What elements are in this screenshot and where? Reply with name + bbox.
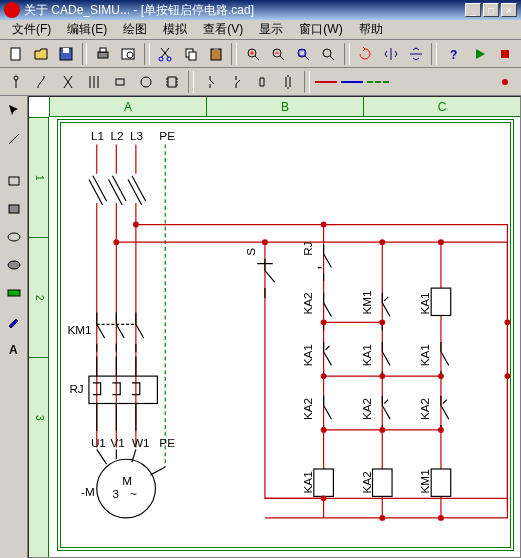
comp-cap[interactable] <box>276 70 300 94</box>
line-solid-blue[interactable] <box>340 70 364 94</box>
line-solid-red[interactable] <box>314 70 338 94</box>
comp-triple-fuse[interactable] <box>82 70 106 94</box>
comp-relay[interactable] <box>250 70 274 94</box>
new-button[interactable] <box>4 42 27 66</box>
tool-component[interactable] <box>3 282 25 304</box>
menu-draw[interactable]: 绘图 <box>115 19 155 40</box>
label-ka2-2: KA2 <box>301 398 314 420</box>
rotate-button[interactable] <box>354 42 377 66</box>
zoom-fit-button[interactable] <box>317 42 340 66</box>
tool-text[interactable]: A <box>3 338 25 360</box>
svg-point-53 <box>438 515 444 521</box>
zoom-window-button[interactable] <box>292 42 315 66</box>
svg-rect-21 <box>116 79 124 85</box>
label-rj2: RJ <box>301 242 314 256</box>
app-icon <box>4 2 20 18</box>
svg-rect-10 <box>189 52 196 60</box>
menu-simulate[interactable]: 模拟 <box>155 19 195 40</box>
svg-point-38 <box>113 239 119 245</box>
side-toolbar: A <box>0 96 28 558</box>
menu-display[interactable]: 显示 <box>251 19 291 40</box>
svg-rect-19 <box>501 50 509 58</box>
drawing-canvas[interactable]: A B C 1 2 3 <box>28 96 521 558</box>
svg-point-41 <box>379 239 385 245</box>
menu-help[interactable]: 帮助 <box>351 19 391 40</box>
tool-rect-fill[interactable] <box>3 198 25 220</box>
svg-rect-33 <box>314 469 334 496</box>
comp-contact-no[interactable] <box>4 70 28 94</box>
label-m: M <box>122 474 132 487</box>
svg-point-46 <box>379 373 385 379</box>
run-button[interactable] <box>469 42 492 66</box>
tool-ellipse-fill[interactable] <box>3 254 25 276</box>
svg-point-44 <box>379 319 385 325</box>
svg-rect-36 <box>431 288 451 315</box>
node-red[interactable] <box>493 70 517 94</box>
schematic[interactable]: L1 L2 L3 PE KM1 RJ U1 V1 W1 PE M 3 ~ -M … <box>49 117 520 557</box>
toolbar-1: ? <box>0 40 521 68</box>
svg-rect-26 <box>9 205 19 213</box>
label-v1: V1 <box>110 436 124 449</box>
menu-bar: 文件(F) 编辑(E) 绘图 模拟 查看(V) 显示 窗口(W) 帮助 <box>0 20 521 40</box>
ruler-row: 3 <box>29 357 49 477</box>
tool-eyedrop[interactable] <box>3 310 25 332</box>
save-button[interactable] <box>54 42 77 66</box>
label-ka2-1: KA2 <box>301 292 314 314</box>
label-rj: RJ <box>69 382 83 395</box>
svg-point-54 <box>505 373 511 379</box>
menu-window[interactable]: 窗口(W) <box>291 19 350 40</box>
svg-rect-3 <box>98 52 108 58</box>
svg-rect-2 <box>63 48 69 53</box>
label-ka1-3: KA1 <box>418 292 431 314</box>
open-button[interactable] <box>29 42 52 66</box>
comp-no-contact[interactable] <box>224 70 248 94</box>
comp-fuse[interactable] <box>56 70 80 94</box>
ruler-col: C <box>363 97 520 116</box>
label-ka2-3: KA2 <box>360 398 373 420</box>
copy-button[interactable] <box>179 42 202 66</box>
svg-text:?: ? <box>450 48 457 62</box>
tool-line[interactable] <box>3 128 25 150</box>
help-button[interactable]: ? <box>441 42 464 66</box>
label-coil-ka1: KA1 <box>301 471 314 493</box>
maximize-button[interactable]: □ <box>483 3 499 17</box>
svg-rect-0 <box>11 48 20 60</box>
zoom-out-button[interactable] <box>266 42 289 66</box>
label-s: S <box>244 248 257 256</box>
stop-button[interactable] <box>494 42 517 66</box>
menu-edit[interactable]: 编辑(E) <box>59 19 115 40</box>
close-button[interactable]: × <box>501 3 517 17</box>
svg-rect-29 <box>8 290 20 296</box>
comp-switch[interactable] <box>30 70 54 94</box>
comp-motor[interactable] <box>134 70 158 94</box>
paste-button[interactable] <box>204 42 227 66</box>
menu-file[interactable]: 文件(F) <box>4 19 59 40</box>
ruler-row: 2 <box>29 237 49 357</box>
minimize-button[interactable]: _ <box>465 3 481 17</box>
label-l1: L1 <box>91 129 104 142</box>
svg-point-42 <box>438 239 444 245</box>
svg-rect-25 <box>9 177 19 185</box>
svg-point-51 <box>321 495 327 501</box>
menu-view[interactable]: 查看(V) <box>195 19 251 40</box>
comp-coil[interactable] <box>108 70 132 94</box>
print-preview-button[interactable] <box>117 42 140 66</box>
comp-nc-contact[interactable] <box>198 70 222 94</box>
tool-pointer[interactable] <box>3 100 25 122</box>
svg-point-22 <box>141 77 151 87</box>
print-button[interactable] <box>91 42 114 66</box>
tool-rect[interactable] <box>3 170 25 192</box>
comp-ic[interactable] <box>160 70 184 94</box>
zoom-in-button[interactable] <box>241 42 264 66</box>
mirror-v-button[interactable] <box>404 42 427 66</box>
tool-ellipse[interactable] <box>3 226 25 248</box>
label-pe: PE <box>159 129 175 142</box>
svg-point-43 <box>321 319 327 325</box>
line-dash-green[interactable] <box>366 70 390 94</box>
svg-point-24 <box>502 79 508 85</box>
svg-point-49 <box>379 427 385 433</box>
cut-button[interactable] <box>154 42 177 66</box>
svg-point-37 <box>133 222 139 228</box>
mirror-h-button[interactable] <box>379 42 402 66</box>
svg-rect-31 <box>89 376 157 403</box>
